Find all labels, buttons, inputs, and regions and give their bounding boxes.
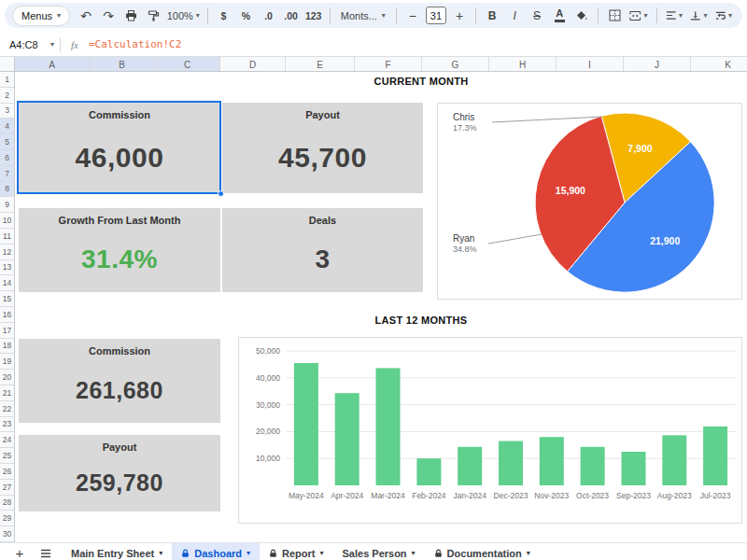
row-header-19[interactable]: 19 [0, 354, 14, 370]
row-header-23[interactable]: 23 [0, 417, 14, 433]
separator [475, 8, 476, 23]
column-header-G[interactable]: G [422, 57, 489, 72]
card-payout-12m[interactable]: Payout 259,780 [19, 435, 220, 511]
increase-font-size-button[interactable]: + [449, 5, 470, 26]
menus-button[interactable]: Menus ▾ [12, 6, 70, 26]
borders-button[interactable] [604, 5, 625, 26]
horizontal-align-button[interactable]: ▾ [663, 5, 686, 26]
hamburger-icon [40, 549, 51, 558]
card-growth[interactable]: Growth From Last Month 31.4% [19, 208, 220, 292]
undo-button[interactable]: ↶ [76, 5, 96, 26]
row-header-28[interactable]: 28 [0, 496, 14, 511]
card-deals[interactable]: Deals 3 [222, 208, 423, 292]
column-header-K[interactable]: K [691, 57, 747, 72]
sheet-tab-dashoard[interactable]: Dashoard▾ [172, 543, 260, 560]
row-header-11[interactable]: 11 [0, 229, 14, 245]
add-sheet-button[interactable]: + [9, 543, 30, 560]
row-header-7[interactable]: 7 [0, 166, 14, 182]
merge-cells-button[interactable]: ▾ [627, 5, 650, 26]
paint-format-button[interactable] [143, 5, 163, 26]
increase-decimal-button[interactable]: .00 [281, 5, 302, 26]
section-title-current-month[interactable]: CURRENT MONTH [239, 76, 603, 87]
column-header-F[interactable]: F [355, 57, 422, 72]
separator [656, 8, 657, 23]
number-format-button[interactable]: 123 [303, 5, 324, 26]
decrease-font-size-button[interactable]: − [402, 5, 423, 26]
row-header-21[interactable]: 21 [0, 385, 14, 401]
column-header-C[interactable]: C [155, 57, 220, 72]
bold-button[interactable]: B [482, 5, 502, 26]
row-header-25[interactable]: 25 [0, 448, 14, 464]
print-button[interactable] [120, 5, 141, 26]
fill-handle[interactable] [218, 190, 224, 197]
all-sheets-button[interactable] [34, 543, 58, 560]
row-header-18[interactable]: 18 [0, 339, 14, 355]
sheet-tab-main-entry-sheet[interactable]: Main Entry Sheet▾ [62, 543, 172, 560]
row-header-16[interactable]: 16 [0, 307, 14, 323]
font-family-select[interactable]: Monts... ▾ [336, 5, 390, 26]
row-header-5[interactable]: 5 [0, 134, 14, 150]
format-currency-button[interactable]: $ [214, 5, 234, 26]
redo-button[interactable]: ↷ [98, 5, 119, 26]
card-commission-current[interactable]: Commission 46,000 [19, 103, 220, 193]
row-header-14[interactable]: 14 [0, 275, 14, 291]
formula-input[interactable]: =Calculation!C2 [89, 38, 747, 50]
italic-button[interactable]: I [504, 5, 525, 26]
sheet-tab-sales-person[interactable]: Sales Person▾ [333, 543, 425, 560]
row-header-27[interactable]: 27 [0, 480, 14, 496]
row-header-1[interactable]: 1 [0, 72, 14, 88]
sheet-tab-documentation[interactable]: Documentation▾ [425, 543, 540, 560]
row-header-6[interactable]: 6 [0, 150, 14, 166]
card-commission-12m[interactable]: Commission 261,680 [19, 339, 220, 423]
column-header-B[interactable]: B [90, 57, 155, 72]
x-tick-label: Aug-2023 [657, 491, 692, 500]
row-header-10[interactable]: 10 [0, 213, 14, 229]
row-header-12[interactable]: 12 [0, 245, 14, 260]
row-header-30[interactable]: 30 [0, 526, 14, 542]
printer-icon [125, 10, 137, 21]
column-header-E[interactable]: E [286, 57, 355, 72]
sheet-tab-label: Sales Person [343, 548, 407, 559]
fill-color-button[interactable] [571, 5, 592, 26]
zoom-button[interactable]: 100% ▾ [165, 5, 201, 26]
select-all-corner[interactable] [0, 57, 15, 72]
chevron-down-icon: ▾ [679, 12, 683, 20]
card-title: Commission [19, 109, 220, 120]
bar [458, 447, 482, 485]
column-header-D[interactable]: D [220, 57, 286, 72]
fx-icon: fx [71, 39, 78, 50]
vertical-align-button[interactable]: ▾ [687, 5, 711, 26]
row-header-20[interactable]: 20 [0, 370, 14, 385]
sheet-tab-report[interactable]: Report▾ [260, 543, 332, 560]
row-header-2[interactable]: 2 [0, 88, 14, 104]
row-header-15[interactable]: 15 [0, 291, 14, 307]
pie-value-label: 21,900 [650, 235, 680, 246]
column-header-H[interactable]: H [489, 57, 557, 72]
pie-chart[interactable]: 7,90021,90015,900 Chris 17.3% Ryan 34.8% [437, 103, 742, 300]
row-header-3[interactable]: 3 [0, 104, 14, 119]
sheet-canvas[interactable]: CURRENT MONTH Commission 46,000 Payout 4… [15, 72, 747, 542]
row-header-26[interactable]: 26 [0, 464, 14, 480]
text-color-button[interactable]: A [549, 5, 570, 26]
row-header-9[interactable]: 9 [0, 197, 14, 213]
font-size-input[interactable]: 31 [426, 7, 446, 24]
column-header-A[interactable]: A [15, 57, 90, 72]
row-header-13[interactable]: 13 [0, 260, 14, 276]
row-header-17[interactable]: 17 [0, 323, 14, 339]
section-title-last-12-months[interactable]: LAST 12 MONTHS [239, 315, 603, 326]
row-header-4[interactable]: 4 [0, 119, 14, 134]
row-header-8[interactable]: 8 [0, 182, 14, 198]
card-payout-current[interactable]: Payout 45,700 [222, 103, 423, 193]
text-wrap-button[interactable]: ▾ [712, 5, 736, 26]
row-header-22[interactable]: 22 [0, 401, 14, 417]
bar-chart[interactable]: 10,00020,00030,00040,00050,000May-2024Ap… [238, 337, 742, 524]
column-header-J[interactable]: J [624, 57, 691, 72]
strikethrough-button[interactable]: S [527, 5, 547, 26]
column-header-I[interactable]: I [557, 57, 624, 72]
card-title: Commission [19, 345, 220, 357]
row-header-24[interactable]: 24 [0, 432, 14, 448]
name-box[interactable]: A4:C8 ▾ [0, 33, 60, 56]
format-percent-button[interactable]: % [236, 5, 257, 26]
decrease-decimal-button[interactable]: .0 [259, 5, 279, 26]
row-header-29[interactable]: 29 [0, 511, 14, 526]
